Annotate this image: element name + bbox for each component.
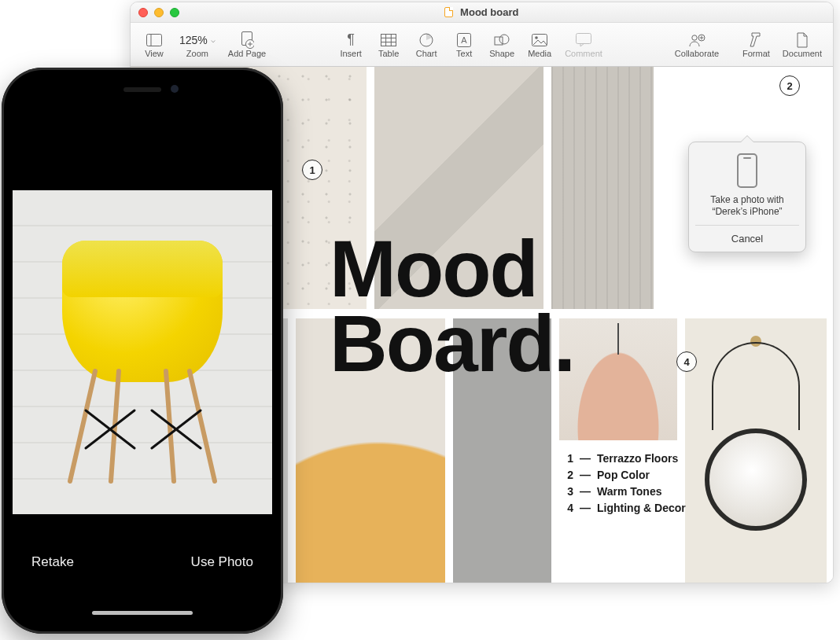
window-title: Mood board xyxy=(131,6,833,18)
callout-marker-4[interactable]: 4 xyxy=(676,351,697,372)
title-line2: Board. xyxy=(330,307,574,381)
svg-rect-0 xyxy=(147,34,162,46)
table-icon xyxy=(381,31,396,49)
svg-point-17 xyxy=(535,36,538,39)
table-label: Table xyxy=(378,49,399,58)
mirror-strap-decor xyxy=(712,342,800,430)
legend-item: 2—Pop Color xyxy=(559,467,686,484)
comment-label: Comment xyxy=(565,49,602,58)
text-label: Text xyxy=(456,49,472,58)
svg-rect-14 xyxy=(495,37,503,45)
camera-preview xyxy=(13,190,272,514)
format-icon xyxy=(749,31,763,49)
view-button[interactable]: View xyxy=(137,30,171,60)
shape-icon xyxy=(494,31,510,49)
shape-label: Shape xyxy=(489,49,514,58)
collaborate-icon xyxy=(688,31,706,49)
window-titlebar[interactable]: Mood board xyxy=(131,2,833,23)
camera-action-bar: Retake Use Photo xyxy=(13,522,272,623)
window-title-text: Mood board xyxy=(460,6,518,18)
view-label: View xyxy=(145,49,164,58)
popover-message-line1: Take a photo with xyxy=(695,194,799,205)
document-icon xyxy=(444,7,453,17)
title-line1: Mood xyxy=(330,232,574,307)
chart-button[interactable]: Chart xyxy=(409,30,444,60)
table-button[interactable]: Table xyxy=(371,30,406,60)
svg-point-15 xyxy=(499,35,509,44)
legend-item: 1—Terrazzo Floors xyxy=(559,451,686,467)
add-page-label: Add Page xyxy=(228,49,266,58)
toolbar: View 125%⌵ Zoom Add Page ¶ Insert Table xyxy=(131,23,833,67)
media-button[interactable]: Media xyxy=(522,30,557,60)
chart-label: Chart xyxy=(416,49,437,58)
svg-line-23 xyxy=(70,371,95,481)
svg-rect-18 xyxy=(576,33,591,43)
continuity-camera-popover: Take a photo with “Derek’s iPhone” Cance… xyxy=(688,142,806,252)
image-pendant-lamp[interactable] xyxy=(559,318,677,440)
use-photo-button[interactable]: Use Photo xyxy=(191,554,253,570)
iphone-notch xyxy=(76,79,208,101)
format-label: Format xyxy=(742,49,770,58)
zoom-button[interactable]: 125%⌵ Zoom xyxy=(175,30,220,60)
legend-list[interactable]: 1—Terrazzo Floors 2—Pop Color 3—Warm Ton… xyxy=(559,451,686,517)
sidebar-icon xyxy=(146,31,162,49)
iphone-screen: Retake Use Photo xyxy=(13,79,272,623)
document-tool-icon xyxy=(796,31,809,49)
chevron-down-icon: ⌵ xyxy=(211,35,216,44)
iphone-outline-icon xyxy=(737,153,757,188)
zoom-label: Zoom xyxy=(186,49,208,58)
text-icon: A xyxy=(457,31,471,49)
home-indicator[interactable] xyxy=(92,611,193,615)
add-page-button[interactable]: Add Page xyxy=(223,30,271,60)
document-title[interactable]: Mood Board. xyxy=(330,232,574,381)
svg-text:A: A xyxy=(461,35,467,45)
insert-button[interactable]: ¶ Insert xyxy=(333,30,368,60)
popover-message-line2: “Derek’s iPhone” xyxy=(695,206,799,217)
shape-button[interactable]: Shape xyxy=(484,30,519,60)
callout-marker-2[interactable]: 2 xyxy=(779,75,800,96)
comment-button: Comment xyxy=(560,30,607,60)
format-button[interactable]: Format xyxy=(738,30,775,60)
retake-button[interactable]: Retake xyxy=(31,554,74,570)
insert-label: Insert xyxy=(340,49,362,58)
legend-item: 3—Warm Tones xyxy=(559,484,686,500)
collaborate-button[interactable]: Collaborate xyxy=(670,30,724,60)
iphone-device: Retake Use Photo xyxy=(2,68,283,634)
zoom-value: 125%⌵ xyxy=(179,31,216,49)
cancel-button[interactable]: Cancel xyxy=(695,225,799,252)
media-label: Media xyxy=(528,49,551,58)
yellow-chair xyxy=(48,214,237,489)
mirror-decor xyxy=(705,429,807,531)
document-button[interactable]: Document xyxy=(778,30,827,60)
add-page-icon xyxy=(240,31,254,49)
legend-item: 4—Lighting & Decor xyxy=(559,500,686,517)
svg-rect-6 xyxy=(381,34,396,46)
svg-point-19 xyxy=(692,35,697,39)
svg-line-24 xyxy=(190,371,215,481)
text-button[interactable]: A Text xyxy=(447,30,481,60)
media-icon xyxy=(532,31,547,49)
chart-icon xyxy=(419,31,433,49)
callout-marker-1[interactable]: 1 xyxy=(302,160,322,180)
comment-icon xyxy=(576,31,591,49)
collaborate-label: Collaborate xyxy=(675,49,719,58)
document-label: Document xyxy=(783,49,822,58)
pilcrow-icon: ¶ xyxy=(347,31,355,49)
image-mirror[interactable] xyxy=(685,318,827,583)
